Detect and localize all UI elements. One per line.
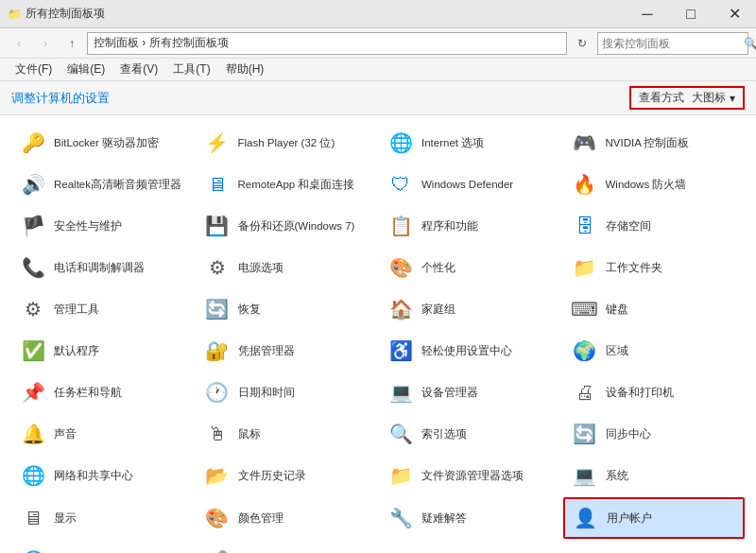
ease-icon: ♿	[386, 336, 416, 366]
control-item-credential[interactable]: 🔐凭据管理器	[196, 331, 378, 371]
control-item-phone[interactable]: 📞电话和调制解调器	[11, 248, 194, 287]
control-item-defender[interactable]: 🛡Windows Defender	[379, 164, 561, 204]
control-item-keyboard[interactable]: ⌨键盘	[563, 289, 746, 329]
credential-label: 凭据管理器	[238, 344, 295, 358]
refresh-button[interactable]: ↻	[571, 32, 593, 55]
defender-label: Windows Defender	[421, 178, 513, 192]
trouble-label: 疑难解答	[421, 511, 467, 526]
datetime-icon: 🕐	[202, 377, 232, 407]
control-item-programs[interactable]: 📋程序和功能	[379, 206, 561, 246]
default-label: 默认程序	[54, 344, 99, 358]
control-item-internet[interactable]: 🌐Internet 选项	[379, 123, 561, 163]
internet-icon: 🌐	[386, 128, 416, 158]
menu-file[interactable]: 文件(F)	[8, 60, 60, 79]
control-item-user[interactable]: 👤用户帐户	[563, 497, 746, 539]
control-item-realtek[interactable]: 🔊Realtek高清晰音频管理器	[11, 164, 194, 204]
nvidia-label: NVIDIA 控制面板	[606, 136, 690, 150]
control-item-region[interactable]: 🌍区域	[563, 331, 746, 371]
firewall-label: Windows 防火墙	[606, 178, 687, 192]
filehistory-label: 文件历史记录	[238, 469, 306, 483]
maximize-button[interactable]: □	[669, 0, 713, 28]
control-item-trouble[interactable]: 🔧疑难解答	[379, 497, 561, 539]
network-label: 网络和共享中心	[54, 469, 133, 483]
backup-icon: 💾	[202, 211, 232, 241]
control-item-ease[interactable]: ♿轻松使用设置中心	[379, 331, 561, 371]
control-item-system[interactable]: 💻系统	[563, 456, 746, 495]
control-item-bitlocker[interactable]: 🔑BitLocker 驱动器加密	[11, 123, 194, 163]
control-item-printfax[interactable]: 🖨设备和打印机	[563, 372, 746, 412]
control-item-mouse[interactable]: 🖱鼠标	[196, 414, 378, 454]
control-item-task[interactable]: 📌任务栏和导航	[11, 372, 194, 412]
up-button[interactable]: ↑	[60, 32, 83, 55]
control-item-backup[interactable]: 💾备份和还原(Windows 7)	[196, 206, 378, 246]
bitlocker-icon: 🔑	[18, 128, 48, 158]
content-area: 🔑BitLocker 驱动器加密⚡Flash Player (32 位)🌐Int…	[0, 115, 756, 553]
control-item-fileexplorer[interactable]: 📁文件资源管理器选项	[379, 456, 561, 495]
control-item-font[interactable]: A字体	[563, 541, 746, 553]
control-item-datetime[interactable]: 🕐日期和时间	[196, 372, 378, 412]
control-item-sync[interactable]: 🔄同步中心	[563, 414, 746, 454]
control-item-manage[interactable]: ⚙管理工具	[11, 289, 194, 329]
page-title: 调整计算机的设置	[11, 90, 110, 107]
control-item-storage[interactable]: 🗄存储空间	[563, 206, 746, 246]
flash-icon: ⚡	[202, 128, 232, 158]
datetime-label: 日期和时间	[238, 386, 295, 400]
close-button[interactable]: ✕	[713, 0, 756, 28]
control-item-display[interactable]: 🖥显示	[11, 497, 194, 539]
sync-label: 同步中心	[606, 427, 651, 441]
programs-label: 程序和功能	[421, 219, 478, 233]
control-item-remoteapp[interactable]: 🖥RemoteApp 和桌面连接	[196, 164, 378, 204]
fileexplorer-label: 文件资源管理器选项	[421, 469, 524, 483]
workfolder-icon: 📁	[570, 252, 600, 283]
control-item-personal[interactable]: 🎨个性化	[379, 248, 561, 287]
mouse-label: 鼠标	[238, 427, 261, 441]
system-icon: 💻	[570, 460, 600, 491]
task-label: 任务栏和导航	[54, 386, 122, 400]
menu-edit[interactable]: 编辑(E)	[60, 60, 112, 79]
control-item-workfolder[interactable]: 📁工作文件夹	[563, 248, 746, 287]
title-bar-controls: ─ □ ✕	[626, 0, 756, 28]
personal-icon: 🎨	[386, 252, 416, 283]
menu-help[interactable]: 帮助(H)	[218, 60, 272, 79]
control-item-recover[interactable]: 🔄恢复	[196, 289, 378, 329]
sound-label: 声音	[54, 427, 77, 441]
phone-label: 电话和调制解调器	[54, 261, 145, 275]
control-item-speech[interactable]: 🎤语音识别	[196, 541, 378, 553]
search-input[interactable]	[602, 37, 744, 50]
color-icon: 🎨	[202, 503, 232, 533]
control-item-autoplay[interactable]: ▶自动播放	[379, 541, 561, 553]
view-mode-button[interactable]: 查看方式 大图标 ▾	[629, 86, 745, 110]
printfax-label: 设备和打印机	[606, 386, 674, 400]
credential-icon: 🔐	[202, 336, 232, 366]
control-item-firewall[interactable]: 🔥Windows 防火墙	[563, 164, 746, 204]
control-item-nvidia[interactable]: 🎮NVIDIA 控制面板	[563, 123, 746, 163]
control-item-default[interactable]: ✅默认程序	[11, 331, 194, 371]
region-label: 区域	[606, 344, 628, 358]
back-button[interactable]: ‹	[8, 32, 30, 55]
realtek-icon: 🔊	[18, 169, 48, 199]
minimize-button[interactable]: ─	[626, 0, 669, 28]
programs-icon: 📋	[386, 211, 416, 241]
storage-label: 存储空间	[606, 219, 651, 233]
search-box[interactable]: 🔍	[597, 32, 748, 55]
control-item-language[interactable]: 🌐语言	[11, 541, 194, 553]
control-item-device[interactable]: 💻设备管理器	[379, 372, 561, 412]
forward-button[interactable]: ›	[34, 32, 57, 55]
window-title: 所有控制面板项	[26, 6, 105, 22]
control-item-security[interactable]: 🏴安全性与维护	[11, 206, 194, 246]
window-icon: 📁	[8, 8, 22, 21]
control-item-index[interactable]: 🔍索引选项	[379, 414, 561, 454]
control-item-flash[interactable]: ⚡Flash Player (32 位)	[196, 123, 378, 163]
control-item-color[interactable]: 🎨颜色管理	[196, 497, 378, 539]
menu-tools[interactable]: 工具(T)	[165, 60, 217, 79]
control-item-power[interactable]: ⚙电源选项	[196, 248, 378, 287]
menu-bar: 文件(F) 编辑(E) 查看(V) 工具(T) 帮助(H)	[0, 59, 756, 81]
region-icon: 🌍	[570, 336, 600, 366]
menu-view[interactable]: 查看(V)	[112, 60, 165, 79]
control-item-homegroup[interactable]: 🏠家庭组	[379, 289, 561, 329]
control-item-filehistory[interactable]: 📂文件历史记录	[196, 456, 378, 495]
items-grid: 🔑BitLocker 驱动器加密⚡Flash Player (32 位)🌐Int…	[11, 123, 745, 553]
control-item-sound[interactable]: 🔔声音	[11, 414, 194, 454]
control-item-network[interactable]: 🌐网络和共享中心	[11, 456, 194, 495]
breadcrumb-text: 控制面板 › 所有控制面板项	[94, 35, 229, 51]
